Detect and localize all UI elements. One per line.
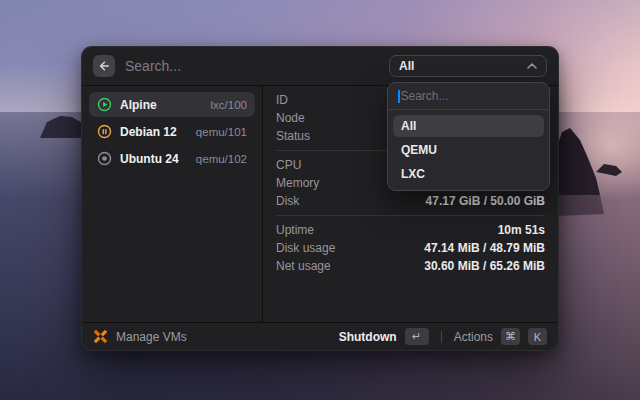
actions-menu-button[interactable]: Actions [454, 330, 493, 344]
command-key-icon: ⌘ [501, 328, 520, 345]
vm-list: Alpine lxc/100 Debian 12 qemu/101 Ubuntu… [82, 86, 263, 322]
dropdown-search-input[interactable]: Search... [388, 83, 549, 110]
chevron-up-icon [527, 63, 537, 69]
detail-label: Node [276, 111, 305, 125]
dropdown-search-placeholder: Search... [401, 89, 449, 103]
type-filter-dropdown-trigger[interactable]: All [389, 55, 547, 77]
vm-name: Ubuntu 24 [120, 152, 188, 166]
detail-group-divider [276, 215, 545, 216]
vm-id: qemu/102 [196, 153, 247, 165]
detail-label: Net usage [276, 259, 331, 273]
vm-manager-window: Search... All Alpine lxc/100 [81, 46, 559, 351]
dropdown-options: All QEMU LXC [388, 110, 549, 190]
filter-selected-value: All [399, 59, 414, 73]
detail-label: Disk usage [276, 241, 335, 255]
shutdown-action-button[interactable]: Shutdown [339, 330, 397, 344]
detail-value: 47.14 MiB / 48.79 MiB [424, 241, 545, 255]
stop-circle-icon [97, 151, 112, 166]
dropdown-option-qemu[interactable]: QEMU [393, 139, 544, 161]
detail-label: Status [276, 129, 310, 143]
detail-row-disk: Disk 47.17 GiB / 50.00 GiB [276, 192, 545, 210]
text-caret [398, 90, 400, 103]
vm-name: Debian 12 [120, 125, 188, 139]
dropdown-option-lxc[interactable]: LXC [393, 163, 544, 185]
vm-name: Alpine [120, 98, 203, 112]
detail-row-disk-usage: Disk usage 47.14 MiB / 48.79 MiB [276, 239, 545, 257]
dropdown-option-all[interactable]: All [393, 115, 544, 137]
vm-list-item-alpine[interactable]: Alpine lxc/100 [89, 92, 255, 117]
vm-list-item-ubuntu[interactable]: Ubuntu 24 qemu/102 [89, 146, 255, 171]
pause-circle-icon [97, 124, 112, 139]
search-input[interactable]: Search... [125, 58, 379, 74]
detail-label: CPU [276, 158, 301, 172]
detail-label: Memory [276, 176, 319, 190]
k-key-icon: K [528, 328, 547, 345]
detail-value: 47.17 GiB / 50.00 GiB [426, 194, 545, 208]
vm-id: qemu/101 [196, 126, 247, 138]
back-arrow-icon [98, 60, 110, 72]
detail-label: ID [276, 93, 288, 107]
detail-value: 30.60 MiB / 65.26 MiB [424, 259, 545, 273]
vm-id: lxc/100 [211, 99, 247, 111]
detail-row-net-usage: Net usage 30.60 MiB / 65.26 MiB [276, 257, 545, 275]
extension-title: Manage VMs [116, 330, 187, 344]
return-key-icon: ↵ [405, 328, 429, 345]
proxmox-logo-icon [93, 329, 108, 344]
detail-label: Uptime [276, 223, 314, 237]
detail-label: Disk [276, 194, 299, 208]
footer-bar: Manage VMs Shutdown ↵ Actions ⌘ K [82, 322, 558, 350]
detail-value: 10m 51s [498, 223, 545, 237]
type-filter-dropdown-menu: Search... All QEMU LXC [387, 82, 550, 191]
vm-list-item-debian[interactable]: Debian 12 qemu/101 [89, 119, 255, 144]
back-button[interactable] [93, 55, 115, 77]
play-circle-icon [97, 97, 112, 112]
footer-divider [441, 331, 442, 343]
topbar: Search... All [82, 47, 558, 86]
detail-row-uptime: Uptime 10m 51s [276, 221, 545, 239]
